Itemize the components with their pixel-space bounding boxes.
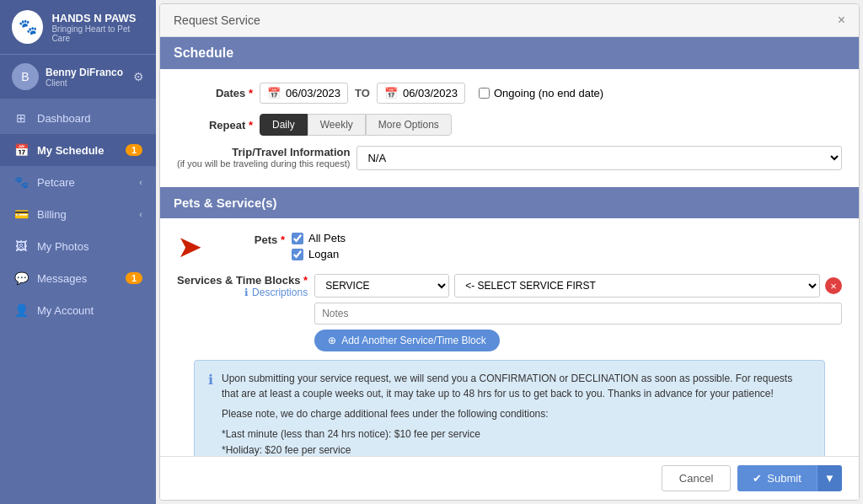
submit-dropdown-button[interactable]: ▼ bbox=[817, 465, 842, 491]
fee-item-2: *Holiday: $20 fee per service bbox=[222, 442, 811, 456]
logo-area: 🐾 HANDS N PAWS Bringing Heart to Pet Car… bbox=[0, 0, 156, 54]
repeat-weekly-button[interactable]: Weekly bbox=[308, 114, 366, 136]
pets-row-container: ➤ Pets * All Pets bbox=[177, 232, 842, 262]
sidebar-item-my-photos[interactable]: 🖼 My Photos bbox=[0, 230, 156, 262]
sidebar-item-label: Billing bbox=[37, 208, 67, 221]
logan-label: Logan bbox=[308, 248, 339, 260]
date-from-input[interactable]: 📅 06/03/2023 bbox=[260, 83, 348, 104]
add-service-button[interactable]: ⊕ Add Another Service/Time Block bbox=[314, 330, 500, 351]
pet-logan: Logan bbox=[292, 248, 346, 260]
close-icon[interactable]: × bbox=[838, 13, 845, 28]
add-service-label: Add Another Service/Time Block bbox=[341, 335, 486, 346]
modal: Request Service × Schedule Dates * 📅 0 bbox=[159, 3, 860, 501]
pets-body: ➤ Pets * All Pets bbox=[160, 218, 859, 456]
sidebar-item-label: My Photos bbox=[37, 240, 88, 253]
sidebar-item-billing[interactable]: 💳 Billing ‹ bbox=[0, 198, 156, 230]
submit-button[interactable]: ✔ Submit bbox=[737, 465, 816, 491]
sidebar-item-label: Messages bbox=[37, 272, 87, 285]
info-icon: ℹ bbox=[208, 372, 213, 456]
arrow-container: ➤ bbox=[177, 232, 202, 262]
app-title: HANDS N PAWS bbox=[51, 12, 144, 24]
info-main-text: Upon submitting your service request, we… bbox=[222, 371, 811, 401]
pets-row: Pets * All Pets Logan bbox=[209, 232, 346, 260]
info-content: Upon submitting your service request, we… bbox=[222, 371, 811, 456]
sidebar-nav: ⊞ Dashboard 📅 My Schedule 1 🐾 Petcare ‹ … bbox=[0, 99, 156, 326]
services-row: Services & Time Blocks * ℹ Descriptions … bbox=[177, 274, 842, 351]
user-name: Benny DiFranco bbox=[46, 67, 126, 78]
descriptions-link[interactable]: Descriptions bbox=[252, 287, 308, 298]
sidebar-item-label: My Schedule bbox=[37, 144, 104, 157]
service-type-select[interactable]: SERVICE bbox=[314, 274, 449, 298]
remove-icon: × bbox=[830, 280, 837, 292]
fee-item-1: *Last minute (less than 24 hrs notice): … bbox=[222, 426, 811, 442]
all-pets-checkbox[interactable] bbox=[292, 233, 303, 244]
schedule-body: Dates * 📅 06/03/2023 TO 📅 06/03/2023 bbox=[160, 69, 859, 187]
logan-checkbox[interactable] bbox=[292, 249, 303, 260]
required-indicator: * bbox=[303, 274, 308, 287]
dashboard-icon: ⊞ bbox=[13, 111, 29, 125]
trip-select[interactable]: N/A Yes No bbox=[356, 146, 842, 170]
required-indicator: * bbox=[281, 233, 285, 246]
sidebar-item-my-schedule[interactable]: 📅 My Schedule 1 bbox=[0, 134, 156, 166]
checkmark-icon: ✔ bbox=[753, 472, 762, 485]
repeat-buttons: Daily Weekly More Options bbox=[260, 114, 452, 136]
gear-icon[interactable]: ⚙ bbox=[133, 70, 144, 83]
repeat-label: Repeat * bbox=[177, 119, 253, 131]
services-label: Services & Time Blocks * bbox=[177, 274, 308, 287]
sidebar-item-messages[interactable]: 💬 Messages 1 bbox=[0, 262, 156, 294]
fee-list: *Last minute (less than 24 hrs notice): … bbox=[222, 426, 811, 456]
red-arrow-icon: ➤ bbox=[177, 232, 202, 262]
chevron-icon: ‹ bbox=[139, 177, 142, 187]
calendar-icon: 📅 bbox=[267, 87, 281, 99]
sidebar-item-dashboard[interactable]: ⊞ Dashboard bbox=[0, 102, 156, 134]
ongoing-checkbox[interactable] bbox=[479, 88, 490, 99]
service-block: SERVICE <- SELECT SERVICE FIRST × bbox=[314, 274, 842, 351]
schedule-icon: 📅 bbox=[13, 143, 29, 157]
repeat-daily-button[interactable]: Daily bbox=[260, 114, 308, 136]
service-selects-row: SERVICE <- SELECT SERVICE FIRST × bbox=[314, 274, 842, 298]
service-time-select[interactable]: <- SELECT SERVICE FIRST bbox=[454, 274, 820, 298]
submit-label: Submit bbox=[767, 472, 801, 485]
required-indicator: * bbox=[249, 87, 253, 99]
schedule-section-header: Schedule bbox=[160, 37, 859, 69]
all-pets-label: All Pets bbox=[308, 232, 346, 244]
user-role: Client bbox=[46, 78, 126, 88]
sidebar-item-petcare[interactable]: 🐾 Petcare ‹ bbox=[0, 166, 156, 198]
info-circle-icon: ℹ bbox=[244, 287, 249, 298]
petcare-icon: 🐾 bbox=[13, 175, 29, 189]
avatar: B bbox=[12, 63, 39, 90]
modal-footer: Cancel ✔ Submit ▼ bbox=[160, 456, 859, 500]
services-label-block: Services & Time Blocks * ℹ Descriptions bbox=[177, 274, 308, 298]
dates-label: Dates * bbox=[177, 87, 253, 99]
app-subtitle: Bringing Heart to Pet Care bbox=[51, 24, 144, 43]
date-to-input[interactable]: 📅 06/03/2023 bbox=[377, 83, 465, 104]
chevron-down-icon: ▼ bbox=[824, 472, 835, 485]
messages-badge: 1 bbox=[126, 272, 142, 284]
submit-group: ✔ Submit ▼ bbox=[737, 465, 842, 491]
sidebar-item-label: My Account bbox=[37, 304, 94, 317]
plus-icon: ⊕ bbox=[328, 335, 336, 346]
required-indicator: * bbox=[249, 119, 253, 131]
pet-all-pets: All Pets bbox=[292, 232, 346, 244]
repeat-more-button[interactable]: More Options bbox=[366, 114, 452, 136]
repeat-row: Repeat * Daily Weekly More Options bbox=[177, 114, 842, 136]
messages-icon: 💬 bbox=[13, 271, 29, 285]
sidebar-item-my-account[interactable]: 👤 My Account bbox=[0, 294, 156, 326]
pets-section-title: Pets & Service(s) bbox=[174, 196, 277, 210]
cancel-button[interactable]: Cancel bbox=[662, 465, 731, 491]
photos-icon: 🖼 bbox=[13, 239, 29, 253]
modal-title: Request Service bbox=[174, 13, 260, 27]
notes-input[interactable] bbox=[314, 303, 842, 324]
logo-text: HANDS N PAWS Bringing Heart to Pet Care bbox=[51, 12, 144, 43]
schedule-section-title: Schedule bbox=[174, 46, 233, 60]
modal-header: Request Service × bbox=[160, 4, 859, 37]
remove-service-button[interactable]: × bbox=[825, 277, 842, 294]
pets-label: Pets * bbox=[209, 232, 285, 246]
date-from-value: 06/03/2023 bbox=[286, 87, 340, 99]
sidebar-item-label: Petcare bbox=[37, 176, 75, 189]
to-label: TO bbox=[355, 87, 370, 99]
trip-label-block: Trip/Travel Information (if you will be … bbox=[177, 146, 350, 169]
account-icon: 👤 bbox=[13, 303, 29, 317]
info-note-text: Please note, we do charge additional fee… bbox=[222, 406, 811, 421]
schedule-badge: 1 bbox=[126, 144, 142, 156]
